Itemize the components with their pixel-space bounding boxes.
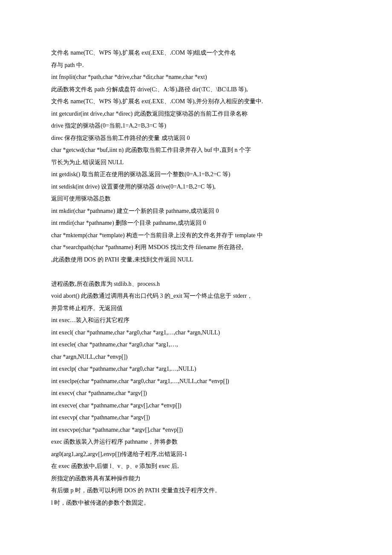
text-line: int getdisk() 取当前正在使用的驱动器,返回一个整数(0=A,1=B… xyxy=(51,169,341,181)
text-line: char *mktemp(char *template) 构造一个当前目录上没有… xyxy=(51,230,341,242)
text-line: direc 保存指定驱动器当前工作路径的变量 成功返回 0 xyxy=(51,132,341,145)
text-line: 在 exec 函数族中,后缀 l、v、p、e 添加到 exec 后, xyxy=(51,460,341,473)
text-line: int exec…装入和运行其它程序 xyxy=(51,314,341,327)
text-line: int execvpe(char *pathname,char *argv[],… xyxy=(51,424,341,436)
text-line: 存与 path 中. xyxy=(51,59,341,72)
text-line: int execl( char *pathname,char *arg0,cha… xyxy=(51,327,341,339)
document-page: 文件名 name(TC、WPS 等),扩展名 ext(.EXE、.COM 等)组… xyxy=(0,0,392,555)
text-line: 所指定的函数将具有某种操作能力 xyxy=(51,473,341,485)
text-line: 返回可使用驱动器总数 xyxy=(51,193,341,205)
text-line: 进程函数,所在函数库为 stdlib.h、process.h xyxy=(51,278,341,291)
text-line: 节长为为止.错误返回 NULL xyxy=(51,157,341,169)
text-line: int execlpe(char *pathname,char *arg0,ch… xyxy=(51,375,341,388)
text-line: 文件名 name(TC、WPS 等),扩展名 ext(.EXE、.COM 等),… xyxy=(51,96,341,108)
text-line: ,此函数使用 DOS 的 PATH 变量,未找到文件返回 NULL xyxy=(51,254,341,266)
blank-line xyxy=(51,266,341,278)
text-line: int execle( char *pathname,char *arg0,ch… xyxy=(51,339,341,351)
text-line: drive 指定的驱动器(0=当前,1=A,2=B,3=C 等) xyxy=(51,120,341,132)
text-line: int execv( char *pathname,char *argv[]) xyxy=(51,387,341,400)
text-line: l 时，函数中被传递的参数个数固定。 xyxy=(51,497,341,509)
text-line: char *searchpath(char *pathname) 利用 MSDO… xyxy=(51,241,341,254)
document-content: 文件名 name(TC、WPS 等),扩展名 ext(.EXE、.COM 等)组… xyxy=(51,47,341,509)
text-line: int fnsplit(char *path,char *drive,char … xyxy=(51,71,341,84)
text-line: 有后缀 p 时，函数可以利用 DOS 的 PATH 变量查找子程序文件。 xyxy=(51,485,341,497)
text-line: void abort() 此函数通过调用具有出口代码 3 的_exit 写一个终… xyxy=(51,290,341,302)
text-line: exec 函数族装入并运行程序 pathname，并将参数 xyxy=(51,436,341,448)
text-line: int mkdir(char *pathname) 建立一个新的目录 pathn… xyxy=(51,205,341,218)
text-line: 文件名 name(TC、WPS 等),扩展名 ext(.EXE、.COM 等)组… xyxy=(51,47,341,59)
text-line: int execlp( char *pathname,char *arg0,ch… xyxy=(51,363,341,375)
text-line: int execvp( char *pathname,char *argv[]) xyxy=(51,412,341,424)
text-line: int execve( char *pathname,char *argv[],… xyxy=(51,400,341,412)
text-line: char *getcwd(char *buf,iint n) 此函数取当前工作目… xyxy=(51,144,341,157)
text-line: 并异常终止程序。无返回值 xyxy=(51,302,341,315)
text-line: char *argn,NULL,char *envp[]) xyxy=(51,351,341,363)
text-line: 此函数将文件名 path 分解成盘符 drive(C:、A:等),路径 dir(… xyxy=(51,84,341,96)
text-line: arg0(arg1,arg2,argv[],envp[])传递给子程序,出错返回… xyxy=(51,448,341,461)
text-line: int getcurdir(int drive,char *direc) 此函数… xyxy=(51,108,341,120)
text-line: int setdisk(int drive) 设置要使用的驱动器 drive(0… xyxy=(51,181,341,193)
text-line: int rmdir(char *pathname) 删除一个目录 pathnam… xyxy=(51,217,341,230)
